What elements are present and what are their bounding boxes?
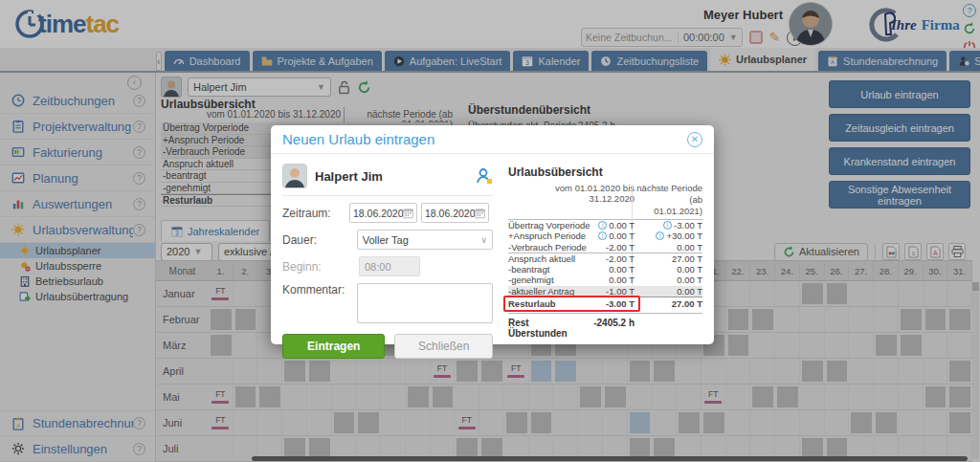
summary-row: Anspruch aktuell -2.00 T 27.00 T [508, 253, 702, 264]
summary-title: Urlaubsübersicht [508, 160, 702, 183]
new-vacation-dialog: Neuen Urlaub eintragen ✕ Halpert Jim Zei… [271, 125, 714, 344]
summary-footer: Rest Überstunden -2405.2 h [508, 313, 702, 339]
dauer-row: Dauer: Voller Tag ∨ [282, 230, 493, 250]
close-icon[interactable]: ✕ [687, 132, 702, 147]
info-icon[interactable]: i [598, 231, 607, 240]
dialog-buttons: Eintragen Schließen [282, 334, 493, 359]
zeitraum-label: Zeitraum: [282, 207, 349, 220]
summary-col2-header: nächste Periode (ab 01.01.2021) [635, 183, 702, 217]
summary-row: Übertrag Vorperiode i0.00 T i-3.00 T [508, 220, 702, 231]
beginn-row: Beginn: [282, 256, 493, 276]
schliessen-button[interactable]: Schließen [394, 334, 493, 359]
eintragen-button[interactable]: Eintragen [282, 334, 385, 359]
dialog-employee-row: Halpert Jim [282, 160, 493, 196]
change-employee-icon[interactable] [476, 167, 493, 185]
date-from-input[interactable] [353, 208, 403, 219]
info-icon[interactable]: i [663, 221, 672, 230]
rest-ueberstunden-label: Rest Überstunden [508, 318, 583, 339]
date-from-field[interactable] [349, 203, 417, 223]
beginn-label: Beginn: [282, 260, 359, 274]
dialog-title: Neuen Urlaub eintragen [282, 131, 687, 147]
dauer-select[interactable]: Voller Tag ∨ [357, 230, 493, 250]
summary-row: -genehmigt 0.00 T 0.00 T [508, 275, 702, 286]
dialog-body: Halpert Jim Zeitraum: Dauer: [271, 154, 714, 359]
summary-column-headers: vom 01.01.2020 bis 31.12.2020 nächste Pe… [508, 183, 702, 220]
date-to-field[interactable] [421, 203, 489, 223]
app-window: timetac Meyer Hubert 00:00:00 ▼ ✎ ▶ [0, 0, 980, 462]
dialog-header: Neuen Urlaub eintragen ✕ [271, 125, 714, 154]
summary-row: +Anspruch Periode i0.00 T i+30.00 T [508, 231, 702, 242]
dauer-select-value: Voller Tag [363, 234, 481, 246]
dialog-form: Halpert Jim Zeitraum: Dauer: [282, 160, 502, 359]
kommentar-textarea[interactable] [357, 283, 493, 323]
kommentar-row: Kommentar: [282, 283, 493, 323]
calendar-icon[interactable] [475, 208, 485, 219]
dauer-label: Dauer: [282, 233, 357, 247]
dialog-vacation-summary: Urlaubsübersicht vom 01.01.2020 bis 31.1… [502, 160, 702, 359]
beginn-input [359, 256, 420, 276]
zeitraum-row: Zeitraum: [282, 203, 493, 223]
summary-col1-header: vom 01.01.2020 bis 31.12.2020 [508, 183, 635, 217]
summary-row-aktueller-antrag: -aktueller Antrag -1.00 T 0.00 T [508, 286, 702, 297]
employee-avatar [282, 164, 307, 188]
calendar-icon[interactable] [403, 208, 413, 219]
rest-ueberstunden-value: -2405.2 h [583, 318, 635, 339]
chevron-down-icon: ∨ [480, 235, 487, 245]
summary-row: -Verbrauch Periode -2.00 T 0.00 T [508, 242, 702, 253]
summary-row: -beantragt 0.00 T 0.00 T [508, 264, 702, 275]
dialog-employee-name: Halpert Jim [315, 169, 468, 184]
info-icon[interactable]: i [598, 221, 607, 230]
kommentar-label: Kommentar: [282, 283, 357, 297]
date-to-input[interactable] [425, 208, 475, 219]
info-icon[interactable]: i [656, 231, 664, 240]
summary-row-resturlaub: Resturlaub -3.00 T 27.00 T [508, 297, 702, 310]
